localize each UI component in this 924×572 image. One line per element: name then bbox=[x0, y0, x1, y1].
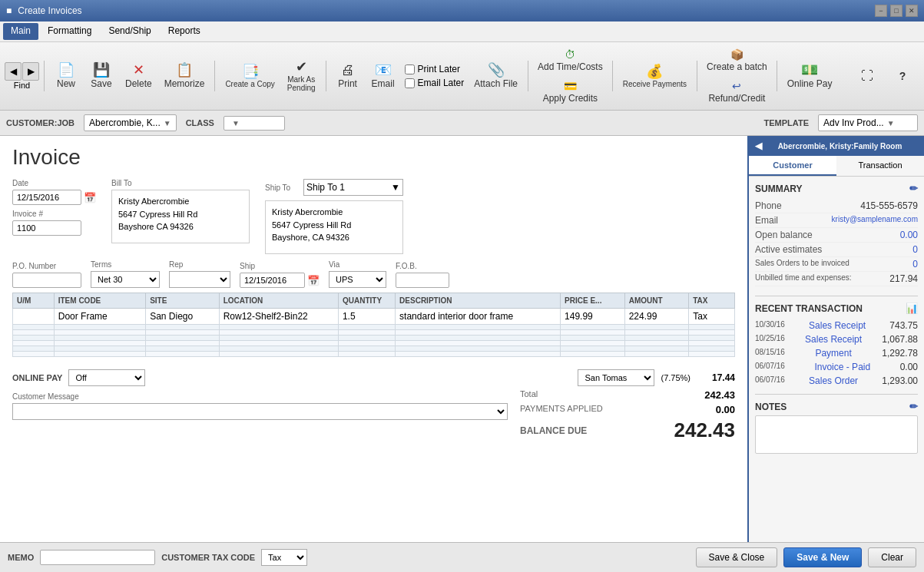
title-bar: ■ Create Invoices − □ ✕ bbox=[0, 0, 924, 21]
print-button[interactable]: 🖨 Print bbox=[331, 59, 365, 93]
online-pay-button[interactable]: 💵 Online Pay bbox=[782, 59, 838, 93]
ship-to-dropdown[interactable]: Ship To 1 ▼ bbox=[303, 179, 403, 196]
save-new-button[interactable]: Save & New bbox=[783, 547, 862, 567]
table-row[interactable] bbox=[13, 352, 735, 357]
table-row[interactable] bbox=[13, 336, 735, 341]
table-row[interactable] bbox=[13, 325, 735, 330]
tx-type-0[interactable]: Sales Receipt bbox=[809, 320, 866, 331]
mark-pending-button[interactable]: ✔ Mark AsPending bbox=[282, 56, 321, 96]
template-dropdown-arrow: ▼ bbox=[887, 119, 895, 127]
email-icon: 📧 bbox=[375, 63, 392, 77]
new-button[interactable]: 📄 New bbox=[49, 59, 83, 93]
ship-date-input[interactable] bbox=[240, 273, 305, 288]
summary-edit-icon[interactable]: ✏ bbox=[909, 183, 918, 194]
bill-to-address[interactable]: Kristy Abercrombie 5647 Cypress Hill Rd … bbox=[111, 190, 250, 243]
help-button[interactable]: ? bbox=[886, 66, 919, 86]
class-dropdown-arrow: ▼ bbox=[232, 119, 240, 127]
template-value: Adv Inv Prod... bbox=[823, 117, 884, 128]
minimize-button[interactable]: − bbox=[875, 5, 887, 17]
save-close-button[interactable]: Save & Close bbox=[696, 547, 778, 567]
tx-type-3[interactable]: Invoice - Paid bbox=[814, 362, 870, 372]
notes-edit-icon[interactable]: ✏ bbox=[909, 401, 918, 412]
toolbar: ◀ ▶ Find 📄 New 💾 Save ✕ Delete 📋 Memoriz… bbox=[0, 42, 924, 111]
via-select[interactable]: UPS bbox=[329, 271, 386, 288]
cell-item[interactable]: Door Frame bbox=[54, 309, 145, 325]
receive-payments-button[interactable]: 💰 Receive Payments bbox=[618, 61, 692, 92]
po-input[interactable] bbox=[12, 273, 81, 288]
open-balance-label: Open balance bbox=[755, 230, 813, 240]
ship-calendar-icon[interactable]: 📅 bbox=[307, 275, 320, 286]
cell-price[interactable]: 149.99 bbox=[561, 309, 625, 325]
apply-credits-button[interactable]: 💳 Apply Credits bbox=[533, 77, 608, 107]
ship-to-address[interactable]: Kristy Abercrombie 5647 Cypress Hill Rd … bbox=[265, 200, 403, 254]
save-button[interactable]: 💾 Save bbox=[84, 59, 118, 93]
menu-main[interactable]: Main bbox=[3, 23, 38, 40]
tax-location-select[interactable]: San Tomas bbox=[578, 369, 654, 386]
tx-amount-4: 1,293.00 bbox=[882, 375, 918, 386]
recent-tx-icon[interactable]: 📊 bbox=[906, 303, 918, 314]
attach-file-button[interactable]: 📎 Attach File bbox=[469, 59, 523, 93]
create-copy-button[interactable]: 📑 Create a Copy bbox=[220, 61, 280, 92]
close-button[interactable]: ✕ bbox=[906, 5, 918, 17]
expand-button[interactable]: ⛶ bbox=[850, 65, 884, 87]
delete-button[interactable]: ✕ Delete bbox=[120, 59, 157, 93]
table-row[interactable] bbox=[13, 341, 735, 346]
tx-type-1[interactable]: Sales Receipt bbox=[805, 334, 862, 345]
email-button[interactable]: 📧 Email bbox=[366, 59, 400, 93]
sep6 bbox=[697, 61, 697, 91]
refund-credit-button[interactable]: ↩ Refund/Credit bbox=[702, 77, 772, 107]
class-dropdown[interactable]: ▼ bbox=[224, 116, 285, 131]
table-row[interactable] bbox=[13, 330, 735, 336]
table-row[interactable]: Door Frame San Diego Row12-Shelf2-Bin22 … bbox=[13, 309, 735, 325]
tx-row-0: 10/30/16 Sales Receipt 743.75 bbox=[755, 319, 918, 332]
customer-message-select[interactable] bbox=[12, 403, 508, 420]
template-dropdown[interactable]: Adv Inv Prod... ▼ bbox=[818, 114, 918, 131]
add-time-costs-button[interactable]: ⏱ Add Time/Costs bbox=[533, 45, 608, 75]
expand-icon: ⛶ bbox=[861, 69, 873, 83]
menu-sendship[interactable]: Send/Ship bbox=[101, 23, 158, 40]
customer-job-dropdown[interactable]: Abercrombie, K... ▼ bbox=[84, 114, 177, 131]
summary-row-phone: Phone 415-555-6579 bbox=[755, 199, 918, 213]
cell-qty[interactable]: 1.5 bbox=[338, 309, 395, 325]
line-items-table: U/M ITEM CODE SITE LOCATION QUANTITY DES… bbox=[12, 293, 735, 357]
rep-select[interactable] bbox=[169, 271, 230, 288]
tab-customer[interactable]: Customer bbox=[749, 156, 836, 176]
clear-button[interactable]: Clear bbox=[868, 547, 916, 567]
col-location: LOCATION bbox=[219, 293, 338, 309]
cell-desc[interactable]: standard interior door frame bbox=[396, 309, 561, 325]
cell-site[interactable]: San Diego bbox=[146, 309, 220, 325]
date-calendar-icon[interactable]: 📅 bbox=[84, 192, 96, 203]
print-later-checkbox[interactable] bbox=[405, 64, 415, 74]
customer-tax-code-label: CUSTOMER TAX CODE bbox=[161, 553, 255, 562]
tax-code-select[interactable]: Tax bbox=[261, 549, 307, 566]
cell-location[interactable]: Row12-Shelf2-Bin22 bbox=[219, 309, 338, 325]
prev-button[interactable]: ◀ bbox=[5, 62, 22, 81]
menu-formatting[interactable]: Formatting bbox=[40, 23, 99, 40]
restore-button[interactable]: □ bbox=[890, 5, 902, 17]
email-value[interactable]: kristy@samplename.com bbox=[832, 215, 918, 226]
fob-input[interactable] bbox=[396, 273, 449, 288]
memo-input[interactable] bbox=[40, 550, 155, 565]
tx-type-2[interactable]: Payment bbox=[815, 348, 851, 359]
memorize-button[interactable]: 📋 Memorize bbox=[159, 59, 210, 93]
notes-textarea[interactable] bbox=[755, 415, 918, 454]
table-row[interactable] bbox=[13, 346, 735, 352]
customer-value: Abercrombie, K... bbox=[89, 117, 161, 128]
terms-select[interactable]: Net 30 bbox=[91, 271, 160, 288]
create-batch-button[interactable]: 📦 Create a batch bbox=[702, 45, 772, 75]
tab-transaction[interactable]: Transaction bbox=[836, 156, 924, 176]
online-pay-select[interactable]: Off bbox=[68, 369, 145, 386]
email-later-checkbox[interactable] bbox=[405, 78, 415, 88]
tx-type-4[interactable]: Sales Order bbox=[809, 375, 858, 386]
cell-amount[interactable]: 224.99 bbox=[624, 309, 689, 325]
panel-chevron-left[interactable]: ◀ bbox=[755, 141, 762, 151]
next-button[interactable]: ▶ bbox=[22, 62, 39, 81]
cell-tax[interactable]: Tax bbox=[689, 309, 735, 325]
cell-um[interactable] bbox=[13, 309, 55, 325]
divider2 bbox=[755, 394, 918, 395]
invoice-num-input[interactable] bbox=[12, 220, 81, 236]
date-input[interactable] bbox=[12, 190, 81, 205]
tx-row-3: 06/07/16 Invoice - Paid 0.00 bbox=[755, 360, 918, 374]
sep1 bbox=[44, 61, 45, 91]
menu-reports[interactable]: Reports bbox=[161, 23, 208, 40]
